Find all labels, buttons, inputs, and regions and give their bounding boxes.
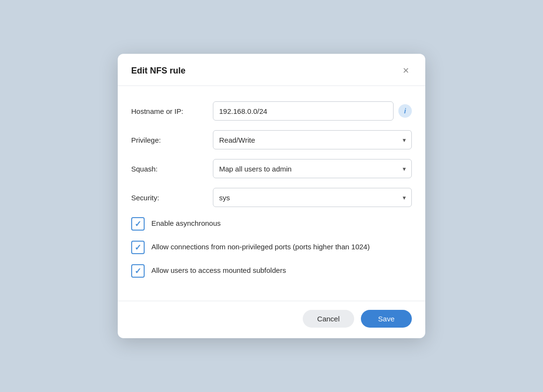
async-checkbox-label: Enable asynchronous: [151, 217, 221, 229]
hostname-control-wrapper: i: [213, 101, 412, 121]
squash-control-wrapper: Map all users to admin Map root to admin…: [213, 159, 412, 178]
cancel-button[interactable]: Cancel: [303, 310, 354, 328]
save-button[interactable]: Save: [361, 310, 412, 328]
hostname-row: Hostname or IP: i: [131, 101, 412, 121]
privilege-control-wrapper: Read/Write Read Only ▾: [213, 130, 412, 149]
nonpriv-ports-checkbox-label: Allow connections from non-privileged po…: [151, 240, 370, 253]
async-checkbox-row: ✓ Enable asynchronous: [131, 217, 412, 231]
dialog-header: Edit NFS rule ×: [118, 54, 425, 86]
subfolders-checkbox-label: Allow users to access mounted subfolders: [151, 264, 286, 276]
security-label: Security:: [131, 194, 213, 202]
squash-select[interactable]: Map all users to admin Map root to admin…: [213, 159, 412, 178]
squash-label: Squash:: [131, 165, 213, 173]
squash-row: Squash: Map all users to admin Map root …: [131, 159, 412, 178]
hostname-input[interactable]: [213, 101, 394, 121]
privilege-select[interactable]: Read/Write Read Only: [213, 130, 412, 149]
dialog-footer: Cancel Save: [118, 301, 425, 338]
hostname-label: Hostname or IP:: [131, 107, 213, 115]
security-select-wrapper: sys krb5 krb5i krb5p ▾: [213, 188, 412, 207]
async-checkmark-icon: ✓: [135, 220, 141, 228]
subfolders-checkmark-icon: ✓: [135, 267, 141, 275]
subfolders-checkbox[interactable]: ✓: [131, 264, 145, 278]
security-row: Security: sys krb5 krb5i krb5p ▾: [131, 188, 412, 207]
subfolders-checkbox-row: ✓ Allow users to access mounted subfolde…: [131, 264, 412, 278]
privilege-select-wrapper: Read/Write Read Only ▾: [213, 130, 412, 149]
security-control-wrapper: sys krb5 krb5i krb5p ▾: [213, 188, 412, 207]
nonpriv-ports-checkbox[interactable]: ✓: [131, 241, 145, 254]
privilege-label: Privilege:: [131, 136, 213, 144]
security-select[interactable]: sys krb5 krb5i krb5p: [213, 188, 412, 207]
squash-select-wrapper: Map all users to admin Map root to admin…: [213, 159, 412, 178]
privilege-row: Privilege: Read/Write Read Only ▾: [131, 130, 412, 149]
info-icon[interactable]: i: [398, 104, 412, 118]
edit-nfs-rule-dialog: Edit NFS rule × Hostname or IP: i Privil…: [118, 54, 425, 338]
dialog-overlay: Edit NFS rule × Hostname or IP: i Privil…: [0, 0, 543, 392]
nonpriv-ports-checkmark-icon: ✓: [135, 244, 141, 252]
async-checkbox[interactable]: ✓: [131, 217, 145, 231]
close-button[interactable]: ×: [400, 64, 412, 77]
dialog-title: Edit NFS rule: [131, 66, 185, 76]
nonpriv-ports-checkbox-row: ✓ Allow connections from non-privileged …: [131, 240, 412, 254]
dialog-body: Hostname or IP: i Privilege: Read/Write …: [118, 86, 425, 301]
